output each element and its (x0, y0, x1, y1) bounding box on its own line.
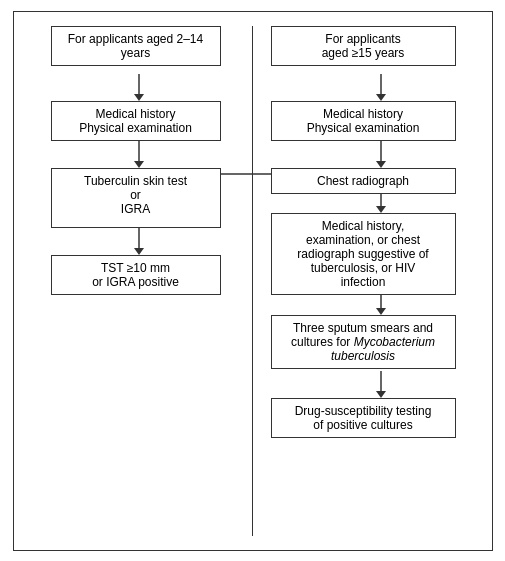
right-box4-text: Medical history,examination, or chestrad… (297, 219, 428, 289)
right-box1: For applicantsaged ≥15 years (271, 26, 456, 66)
right-box5-text: Three sputum smears andcultures for Myco… (291, 321, 435, 363)
left-box3-text: Tuberculin skin testorIGRA (84, 174, 187, 216)
right-box1-text: For applicantsaged ≥15 years (322, 32, 405, 60)
left-column: For applicants aged 2–14 years Medical h… (24, 26, 254, 536)
right-box6-text: Drug-susceptibility testingof positive c… (295, 404, 432, 432)
left-box1: For applicants aged 2–14 years (51, 26, 221, 66)
right-column: For applicantsaged ≥15 years Medical his… (254, 26, 504, 536)
left-box1-text: For applicants aged 2–14 years (68, 32, 203, 60)
right-box3: Chest radiograph (271, 168, 456, 194)
diagram-container: For applicants aged 2–14 years Medical h… (13, 11, 493, 551)
right-box4: Medical history,examination, or chestrad… (271, 213, 456, 295)
left-box2-text: Medical historyPhysical examination (79, 107, 192, 135)
columns-wrapper: For applicants aged 2–14 years Medical h… (24, 26, 482, 536)
right-box2-text: Medical historyPhysical examination (307, 107, 420, 135)
right-box6: Drug-susceptibility testingof positive c… (271, 398, 456, 438)
left-box4: TST ≥10 mmor IGRA positive (51, 255, 221, 295)
right-box3-text: Chest radiograph (317, 174, 409, 188)
left-box4-text: TST ≥10 mmor IGRA positive (92, 261, 179, 289)
column-divider (252, 26, 254, 536)
left-box3: Tuberculin skin testorIGRA (51, 168, 221, 228)
left-box2: Medical historyPhysical examination (51, 101, 221, 141)
right-box5: Three sputum smears andcultures for Myco… (271, 315, 456, 369)
right-box2: Medical historyPhysical examination (271, 101, 456, 141)
right-box5-italic: Mycobacteriumtuberculosis (331, 335, 435, 363)
